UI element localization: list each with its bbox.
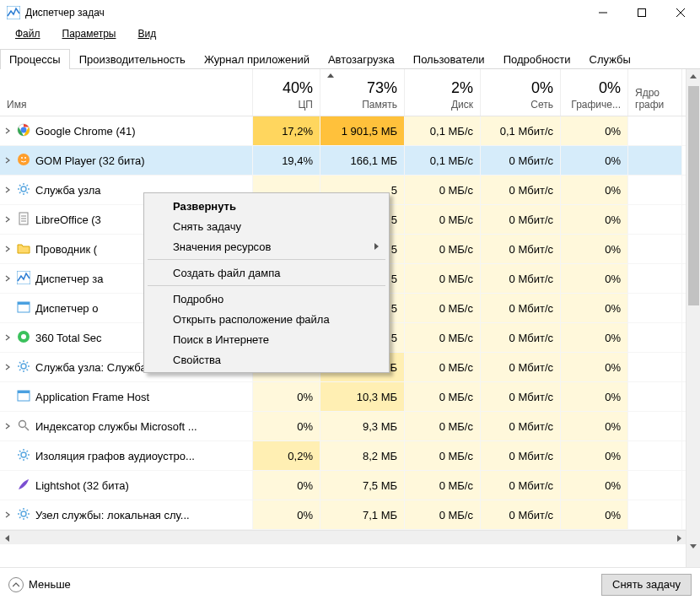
col-gpu-engine[interactable]: Ядро графи bbox=[628, 69, 682, 116]
svg-line-36 bbox=[27, 362, 29, 364]
ctx-resource-values[interactable]: Значения ресурсов bbox=[146, 236, 387, 257]
table-row[interactable]: Google Chrome (41) 17,2% 1 901,5 МБ 0,1 … bbox=[0, 116, 700, 146]
ctx-open-location[interactable]: Открыть расположение файла bbox=[146, 309, 387, 329]
gpu-cell: 0% bbox=[561, 382, 628, 411]
col-disk[interactable]: 2%Диск bbox=[405, 69, 481, 116]
scroll-right-icon[interactable] bbox=[671, 531, 686, 545]
gpu-engine-cell bbox=[628, 323, 682, 352]
disk-cell: 0,1 МБ/с bbox=[405, 146, 481, 175]
svg-marker-61 bbox=[690, 74, 697, 78]
svg-line-18 bbox=[27, 185, 29, 186]
end-task-button[interactable]: Снять задачу bbox=[601, 574, 692, 596]
disk-cell: 0 МБ/с bbox=[405, 176, 481, 204]
cpu-cell: 19,4% bbox=[253, 146, 320, 175]
gpu-engine-cell bbox=[628, 264, 682, 293]
process-name: Application Frame Host bbox=[35, 391, 149, 403]
svg-point-6 bbox=[21, 127, 27, 132]
horizontal-scrollbar[interactable] bbox=[0, 530, 700, 544]
process-name-cell: Application Frame Host bbox=[0, 382, 253, 411]
ctx-create-dump[interactable]: Создать файл дампа bbox=[146, 262, 387, 283]
chevron-up-icon bbox=[8, 577, 24, 592]
network-cell: 0,1 Мбит/с bbox=[481, 116, 561, 145]
ctx-search-online[interactable]: Поиск в Интернете bbox=[146, 329, 387, 349]
tab-services[interactable]: Службы bbox=[580, 49, 640, 69]
tab-processes[interactable]: Процессы bbox=[0, 49, 70, 69]
gear-icon bbox=[17, 182, 30, 198]
svg-rect-38 bbox=[18, 391, 30, 393]
col-memory[interactable]: 73%Память bbox=[320, 69, 405, 116]
table-row[interactable]: Изоляция графов аудиоустро... 0,2% 8,2 М… bbox=[0, 441, 700, 471]
svg-rect-2 bbox=[638, 9, 646, 17]
col-network[interactable]: 0%Сеть bbox=[481, 69, 561, 116]
table-row[interactable]: Узел службы: локальная слу... 0% 7,1 МБ … bbox=[0, 500, 700, 530]
scroll-down-icon[interactable] bbox=[687, 538, 700, 553]
svg-line-15 bbox=[19, 185, 21, 186]
gpu-engine-cell bbox=[628, 500, 682, 529]
menu-options[interactable]: Параметры bbox=[52, 26, 127, 41]
svg-point-9 bbox=[24, 157, 26, 159]
tab-users[interactable]: Пользователи bbox=[404, 49, 494, 69]
ctx-expand[interactable]: Развернуть bbox=[146, 196, 387, 216]
gpu-engine-cell bbox=[628, 205, 682, 234]
tab-performance[interactable]: Производительность bbox=[70, 49, 195, 69]
scroll-thumb[interactable] bbox=[688, 86, 699, 305]
tm-icon bbox=[17, 271, 30, 287]
gpu-cell: 0% bbox=[561, 205, 628, 234]
disk-cell: 0 МБ/с bbox=[405, 294, 481, 322]
gom-icon bbox=[17, 153, 30, 169]
gpu-engine-cell bbox=[628, 146, 682, 175]
disk-cell: 0 МБ/с bbox=[405, 471, 481, 500]
network-cell: 0 Мбит/с bbox=[481, 441, 561, 470]
svg-line-46 bbox=[19, 451, 21, 452]
table-row[interactable]: Индексатор службы Microsoft ... 0% 9,3 М… bbox=[0, 412, 700, 441]
scroll-up-icon[interactable] bbox=[687, 69, 700, 84]
process-name: 360 Total Sec bbox=[35, 332, 102, 344]
memory-cell: 9,3 МБ bbox=[320, 412, 405, 440]
vertical-scrollbar[interactable] bbox=[686, 69, 700, 567]
memory-cell: 8,2 МБ bbox=[320, 441, 405, 470]
table-row[interactable]: Lightshot (32 бита) 0% 7,5 МБ 0 МБ/с 0 М… bbox=[0, 471, 700, 500]
gpu-engine-cell bbox=[628, 116, 682, 145]
memory-cell: 10,3 МБ bbox=[320, 382, 405, 411]
ctx-details[interactable]: Подробно bbox=[146, 289, 387, 309]
gpu-cell: 0% bbox=[561, 294, 628, 322]
disk-cell: 0 МБ/с bbox=[405, 500, 481, 529]
fewer-details-toggle[interactable]: Меньше bbox=[8, 577, 71, 592]
scroll-left-icon[interactable] bbox=[0, 531, 14, 545]
process-name: LibreOffice (3 bbox=[35, 213, 101, 226]
maximize-button[interactable] bbox=[622, 0, 661, 25]
col-name[interactable]: Имя bbox=[0, 69, 253, 116]
gear-icon bbox=[17, 507, 30, 523]
close-button[interactable] bbox=[661, 0, 700, 25]
process-name: Узел службы: локальная слу... bbox=[35, 509, 190, 521]
col-gpu[interactable]: 0%Графиче... bbox=[561, 69, 628, 116]
disk-cell: 0 МБ/с bbox=[405, 382, 481, 411]
tab-details[interactable]: Подробности bbox=[494, 49, 580, 69]
gpu-engine-cell bbox=[628, 471, 682, 500]
minimize-button[interactable] bbox=[584, 0, 622, 25]
360-icon bbox=[17, 330, 30, 346]
tab-startup[interactable]: Автозагрузка bbox=[319, 49, 404, 69]
svg-marker-62 bbox=[690, 544, 697, 548]
col-cpu[interactable]: 40%ЦП bbox=[253, 69, 320, 116]
svg-line-57 bbox=[19, 516, 21, 518]
table-row[interactable]: Application Frame Host 0% 10,3 МБ 0 МБ/с… bbox=[0, 382, 700, 412]
ctx-end-task[interactable]: Снять задачу bbox=[146, 216, 387, 236]
gpu-cell: 0% bbox=[561, 323, 628, 352]
process-name: GOM Player (32 бита) bbox=[35, 154, 145, 167]
gpu-engine-cell bbox=[628, 382, 682, 411]
menu-view[interactable]: Вид bbox=[127, 26, 166, 41]
process-name: Проводник ( bbox=[35, 243, 97, 256]
svg-point-10 bbox=[21, 186, 26, 192]
ctx-properties[interactable]: Свойства bbox=[146, 349, 387, 370]
tab-app-history[interactable]: Журнал приложений bbox=[195, 49, 319, 69]
process-name: Индексатор службы Microsoft ... bbox=[35, 420, 197, 433]
folder-icon bbox=[17, 241, 30, 257]
svg-line-58 bbox=[27, 510, 29, 511]
table-row[interactable]: GOM Player (32 бита) 19,4% 166,1 МБ 0,1 … bbox=[0, 146, 700, 176]
network-cell: 0 Мбит/с bbox=[481, 323, 561, 352]
svg-line-33 bbox=[19, 362, 21, 364]
svg-line-48 bbox=[19, 457, 21, 459]
menu-file[interactable]: Файл bbox=[5, 26, 51, 41]
process-name: Диспетчер о bbox=[35, 302, 98, 315]
